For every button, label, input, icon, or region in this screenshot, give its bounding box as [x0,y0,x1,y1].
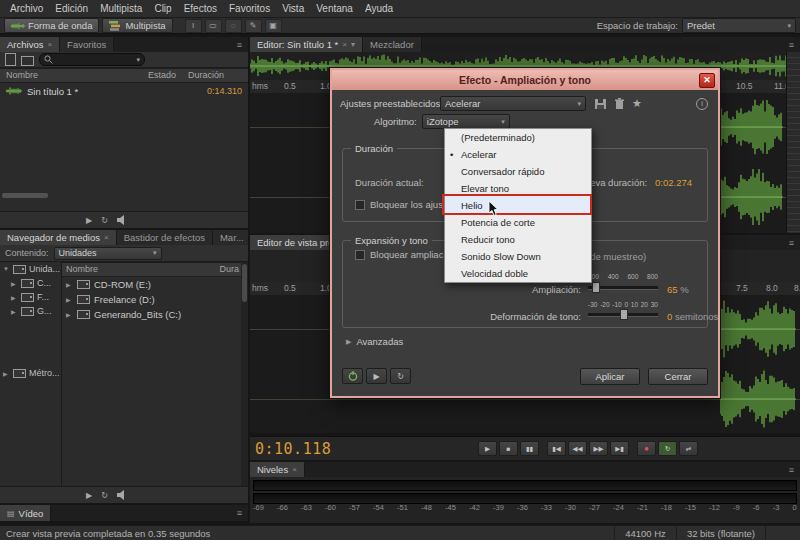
lock-settings-checkbox[interactable] [355,200,365,210]
preset-option[interactable]: Reducir tono [445,231,591,248]
rewind-button[interactable]: ◀◀ [568,441,587,456]
menu-item[interactable]: Ayuda [359,1,399,16]
menu-item[interactable]: Efectos [178,1,223,16]
contenido-dropdown[interactable]: Unidades ▾ [54,247,162,260]
preset-option[interactable]: Potencia de corte [445,214,591,231]
tree-collapsed-icon[interactable]: ▶ [66,311,73,318]
horizontal-scrollbar[interactable] [2,193,48,198]
fast-forward-button[interactable]: ▶▶ [589,441,608,456]
tab-navegador-de-medios[interactable]: Navegador de medios × [0,230,117,245]
preset-option-selected[interactable]: Acelerar [445,146,591,163]
slider-thumb[interactable] [592,282,600,293]
menu-item[interactable]: Favoritos [223,1,276,16]
tab-editor[interactable]: Editor: Sin título 1 * × ▾ [250,37,363,52]
dialog-titlebar[interactable]: Efecto - Ampliación y tono ✕ [332,70,718,90]
column-nombre[interactable]: Nombre [66,264,98,274]
menu-item[interactable]: Clip [148,1,177,16]
menu-item[interactable]: Ventana [310,1,359,16]
multitrack-view-button[interactable]: Multipista [102,18,172,33]
go-to-previous-button[interactable]: ▮◀ [547,441,566,456]
files-column-header[interactable]: Nombre Estado Duración [0,68,248,83]
column-estado[interactable]: Estado [148,70,176,80]
menu-item[interactable]: Edición [49,1,94,16]
ampliacion-value[interactable]: 65 [667,284,678,295]
save-preset-icon[interactable] [594,98,607,110]
panel-menu-icon[interactable]: ≡ [231,505,248,521]
panel-menu-icon[interactable]: ≡ [783,235,800,250]
tab-marcadores[interactable]: Mar... [213,230,248,245]
column-nombre[interactable]: Nombre [6,70,38,80]
tree-expanded-icon[interactable]: ▼ [3,266,10,272]
column-duracion[interactable]: Dura [219,264,239,274]
close-icon[interactable]: × [342,40,347,49]
algorithm-dropdown[interactable]: iZotope ▾ [422,114,510,129]
tree-item-unidades[interactable]: ▼ Unida... [0,262,60,276]
panel-menu-icon[interactable]: ≡ [783,37,800,52]
stop-button[interactable]: ■ [499,441,518,456]
tab-bastidor-de-efectos[interactable]: Bastidor de efectos [117,230,213,245]
dialog-close-button[interactable]: ✕ [699,73,715,88]
toggle-preview-power-button[interactable] [342,368,363,384]
tab-mezclador[interactable]: Mezclador [363,37,422,52]
close-button[interactable]: Cerrar [648,368,708,385]
tab-archivos[interactable]: Archivos × [0,37,60,52]
loop-playback-button[interactable]: ↻ [658,441,677,456]
column-duracion[interactable]: Duración [188,70,224,80]
tree-collapsed-icon[interactable]: ▶ [11,294,18,301]
avanzadas-toggle[interactable]: ▶ Avanzadas [346,336,403,347]
slider-thumb[interactable] [620,309,628,320]
tree-collapsed-icon[interactable]: ▶ [66,281,73,288]
tree-item-drive[interactable]: ▶ C... [0,276,60,290]
waveform-view-button[interactable]: Forma de onda [4,18,99,33]
tree-collapsed-icon[interactable]: ▶ [66,296,73,303]
tab-video[interactable]: ▤ Vídeo [0,505,51,521]
drive-list-item[interactable]: ▶ CD-ROM (E:) [62,277,241,292]
menu-item[interactable]: Multipista [94,1,148,16]
tree-collapsed-icon[interactable]: ▶ [11,280,18,287]
preset-option[interactable]: Velocidad doble [445,265,591,282]
preview-play-icon[interactable]: ▶ [86,216,92,225]
record-button[interactable]: ● [637,441,656,456]
ampliacion-slider[interactable] [588,282,658,292]
file-list-item[interactable]: Sin título 1 * 0:14.310 [0,84,248,98]
vertical-scrollbar[interactable] [241,262,248,486]
tono-slider[interactable] [588,309,658,319]
speaker-icon[interactable] [117,215,127,225]
search-input[interactable]: ▾ [39,53,145,66]
play-button[interactable]: ▶ [478,441,497,456]
vertical-zoom-strip[interactable] [786,52,800,233]
preview-play-icon[interactable]: ▶ [86,491,92,500]
lasso-tool-icon[interactable]: ◌ [225,19,242,33]
delete-preset-icon[interactable] [614,98,625,110]
drive-list-item[interactable]: ▶ Freelance (D:) [62,292,241,307]
time-selection-tool-icon[interactable]: I [185,19,202,33]
chevron-down-icon[interactable]: ▾ [136,56,140,64]
go-to-next-button[interactable]: ▶▮ [610,441,629,456]
drive-list-item[interactable]: ▶ Generando_Bits (C:) [62,307,241,322]
tree-item-metronomo[interactable]: ▶ Métro... [0,366,60,380]
lock-stretch-checkbox[interactable] [355,250,365,260]
open-folder-icon[interactable] [21,56,34,66]
tab-favoritos[interactable]: Favoritos [60,37,114,52]
preview-loop-button[interactable]: ↻ [390,368,411,384]
favorite-star-icon[interactable]: ★ [632,97,642,110]
loop-icon[interactable]: ↻ [101,216,108,225]
preset-option[interactable]: Sonido Slow Down [445,248,591,265]
new-file-icon[interactable] [5,53,16,66]
brush-tool-icon[interactable]: ✎ [245,19,262,33]
time-display[interactable]: 0:10.118 [255,440,331,458]
tono-value[interactable]: 0 [667,311,672,322]
tree-item-drive[interactable]: ▶ G... [0,304,60,318]
speaker-icon[interactable] [117,490,127,500]
pause-button[interactable]: ▮▮ [520,441,539,456]
tab-niveles[interactable]: Niveles × [250,462,305,477]
preview-play-button[interactable]: ▶ [366,368,387,384]
panel-menu-icon[interactable]: ≡ [783,462,800,477]
skip-selection-button[interactable]: ⇄ [679,441,698,456]
apply-button[interactable]: Aplicar [580,368,640,385]
panel-menu-icon[interactable]: ≡ [231,37,248,52]
drive-list-header[interactable]: Nombre Dura [62,262,241,277]
spot-heal-tool-icon[interactable]: ▣ [265,19,282,33]
preset-option[interactable]: (Predeterminado) [445,129,591,146]
marquee-tool-icon[interactable]: ▭ [205,19,222,33]
